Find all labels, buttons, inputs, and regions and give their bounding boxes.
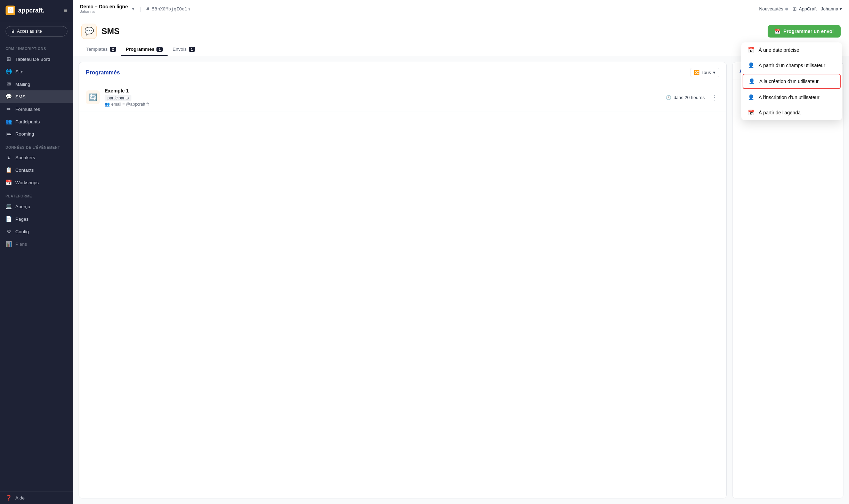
logo-icon: 🅰 xyxy=(6,6,15,15)
sidebar-item-label: Workshops xyxy=(15,180,67,185)
sidebar-item-speakers[interactable]: 🎙 Speakers xyxy=(0,152,73,164)
nouveautes-button[interactable]: Nouveautés xyxy=(759,6,788,11)
sidebar-item-config[interactable]: ⚙ Config xyxy=(0,225,73,238)
sidebar-item-participants[interactable]: 👥 Participants xyxy=(0,115,73,128)
tab-envois[interactable]: Envois 1 xyxy=(168,43,200,56)
sidebar-item-label: Participants xyxy=(15,119,67,124)
sms-item-name: Exemple 1 xyxy=(105,88,661,94)
sidebar-item-aide[interactable]: ❓ Aide xyxy=(0,491,73,504)
nouveautes-dot xyxy=(785,8,788,10)
filter-icon: 🔀 xyxy=(694,70,700,75)
sidebar-item-label: Contacts xyxy=(15,168,67,173)
contacts-icon: 📋 xyxy=(6,167,12,173)
access-site-button[interactable]: 🖥 Accès au site xyxy=(6,26,67,36)
sidebar-item-mailing[interactable]: ✉ Mailing xyxy=(0,78,73,90)
user-menu[interactable]: Johanna ▾ xyxy=(821,6,842,11)
sidebar-item-contacts[interactable]: 📋 Contacts xyxy=(0,164,73,176)
user-add-icon: 👤 xyxy=(748,78,755,84)
tab-templates[interactable]: Templates 2 xyxy=(81,43,121,56)
sidebar-item-apercu[interactable]: 💻 Aperçu xyxy=(0,200,73,213)
sidebar-item-formulaires[interactable]: ✏ Formulaires xyxy=(0,103,73,115)
sidebar-item-pages[interactable]: 📄 Pages xyxy=(0,213,73,225)
users-icon: 👥 xyxy=(6,119,12,125)
page-icon: 📄 xyxy=(6,216,12,222)
project-chevron-icon[interactable]: ▾ xyxy=(132,7,134,11)
hamburger-icon[interactable]: ≡ xyxy=(64,7,67,14)
sms-item-body: Exemple 1 participants 👥 email = @appcra… xyxy=(105,88,661,107)
dropdown-menu: 📅 À une date précise 👤 À partir d'un cha… xyxy=(741,42,842,120)
sms-item-time: 🕐 dans 20 heures xyxy=(666,95,705,100)
calendar-icon: 📅 xyxy=(747,47,754,53)
nouveautes-label: Nouveautés xyxy=(759,6,783,11)
globe-icon: 🌐 xyxy=(6,68,12,75)
sidebar-item-label: Aide xyxy=(15,495,67,501)
content-area: 💬 SMS 📅 Programmer un envoi Templates 2 xyxy=(73,18,849,504)
project-selector[interactable]: Demo – Doc en ligne Johanna xyxy=(80,4,128,14)
dropdown-item-champs-utilisateur[interactable]: 👤 À partir d'un champs utilisateur xyxy=(741,58,842,73)
dropdown-item-label: À partir d'un champs utilisateur xyxy=(759,63,825,68)
sms-item-icon: 🔄 xyxy=(86,90,100,104)
dropdown-item-inscription-utilisateur[interactable]: 👤 A l'inscription d'un utilisateur xyxy=(741,90,842,105)
plans-icon: 📊 xyxy=(6,241,12,247)
project-sub: Johanna xyxy=(80,9,128,14)
chat-icon: 💬 xyxy=(84,27,94,36)
dropdown-item-agenda[interactable]: 📅 À partir de l'agenda xyxy=(741,105,842,120)
sidebar-item-workshops[interactable]: 📅 Workshops xyxy=(0,176,73,189)
sidebar-bottom: ❓ Aide xyxy=(0,491,73,504)
form-icon: ✏ xyxy=(6,106,12,112)
grid-icon: ⊞ xyxy=(792,6,797,12)
sms-item-more-button[interactable]: ⋮ xyxy=(710,92,719,103)
filter-label: Tous xyxy=(702,70,711,75)
platform-section-label: PLATEFORME xyxy=(0,189,73,200)
dropdown-item-date-precise[interactable]: 📅 À une date précise xyxy=(741,42,842,58)
programmer-envoi-button[interactable]: 📅 Programmer un envoi xyxy=(768,25,841,38)
sidebar-item-sms[interactable]: 💬 SMS xyxy=(0,90,73,103)
filter-chevron-icon: ▾ xyxy=(713,70,715,75)
dropdown-item-creation-utilisateur[interactable]: 👤 A la création d'un utilisateur xyxy=(743,74,841,89)
project-hash: # 53nX0MbjqIOo1h xyxy=(146,6,190,11)
help-icon: ❓ xyxy=(6,495,12,501)
event-section-label: DONNÉES DE L'ÉVÉNEMENT xyxy=(0,140,73,152)
sidebar-item-plans[interactable]: 📊 Plans xyxy=(0,238,73,250)
calendar-plus-icon: 📅 xyxy=(775,29,781,34)
tabs-row: Templates 2 Programmés 1 Envois 1 xyxy=(81,43,841,56)
project-name: Demo – Doc en ligne xyxy=(80,4,128,10)
sidebar-item-label: Site xyxy=(15,69,67,74)
topbar-divider: | xyxy=(140,6,141,12)
logo-text: appcraft. xyxy=(18,7,45,14)
appcraft-label: AppCraft xyxy=(799,6,817,11)
sidebar-item-label: Config xyxy=(15,229,67,234)
sidebar-item-label: Aperçu xyxy=(15,204,67,209)
sms-list-item: 🔄 Exemple 1 participants 👥 email = @appc… xyxy=(79,83,726,112)
sidebar-item-label: SMS xyxy=(15,94,67,99)
bed-icon: 🛏 xyxy=(6,131,12,137)
programmed-section: Programmés 🔀 Tous ▾ 🔄 Exemple 1 xyxy=(79,62,727,498)
laptop-icon: 💻 xyxy=(6,203,12,210)
sidebar-item-site[interactable]: 🌐 Site xyxy=(0,65,73,78)
clock-icon: 🕐 xyxy=(666,95,671,100)
refresh-icon: 🔄 xyxy=(89,93,97,101)
dropdown-item-label: À une date précise xyxy=(759,47,799,53)
sidebar-item-label: Tableau De Bord xyxy=(15,57,67,62)
tab-programmes-badge: 1 xyxy=(156,47,163,52)
auto-section: Automatisati... xyxy=(732,62,843,498)
page-title: SMS xyxy=(102,26,120,36)
mic-icon: 🎙 xyxy=(6,155,12,161)
user-chevron-icon: ▾ xyxy=(840,6,842,11)
sidebar-item-label: Formulaires xyxy=(15,107,67,112)
sidebar-item-rooming[interactable]: 🛏 Rooming xyxy=(0,128,73,140)
monitor-icon: 🖥 xyxy=(11,29,15,34)
section-programmed-header: Programmés 🔀 Tous ▾ xyxy=(79,62,726,83)
tab-programmes[interactable]: Programmés 1 xyxy=(121,43,168,56)
user-field-icon: 👤 xyxy=(747,62,754,68)
tab-envois-label: Envois xyxy=(172,47,187,52)
sidebar-item-label: Pages xyxy=(15,217,67,222)
tab-programmes-label: Programmés xyxy=(126,47,155,52)
sidebar-item-label: Mailing xyxy=(15,82,67,87)
sidebar-item-label: Rooming xyxy=(15,131,67,137)
page-header: 💬 SMS 📅 Programmer un envoi Templates 2 xyxy=(73,18,849,56)
appcraft-link[interactable]: ⊞ AppCraft xyxy=(792,6,817,12)
filter-dropdown[interactable]: 🔀 Tous ▾ xyxy=(690,68,719,77)
mail-icon: ✉ xyxy=(6,81,12,87)
sidebar-item-tableau[interactable]: ⊞ Tableau De Bord xyxy=(0,53,73,65)
